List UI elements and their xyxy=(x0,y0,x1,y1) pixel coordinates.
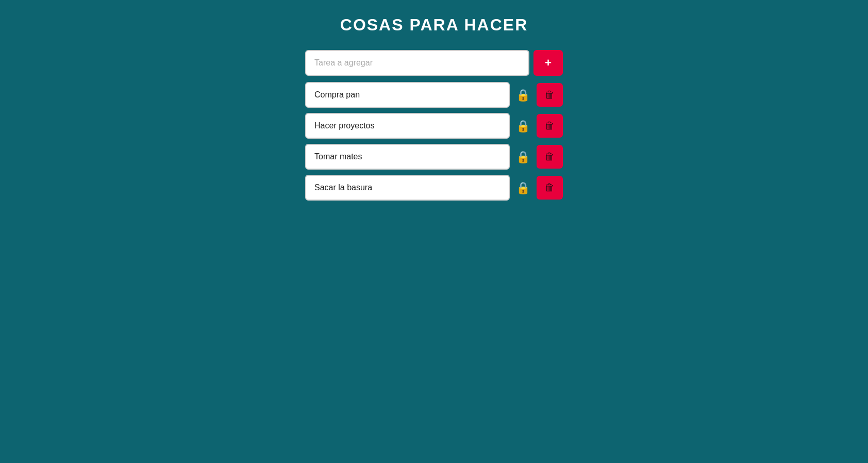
lock-icon-3[interactable]: 🔒 xyxy=(514,150,532,164)
trash-icon-4: 🗑 xyxy=(545,182,555,193)
task-input[interactable] xyxy=(305,50,529,76)
task-label-3: Tomar mates xyxy=(305,144,510,170)
trash-icon-1: 🗑 xyxy=(545,89,555,101)
task-row-2: Hacer proyectos 🔒 🗑 xyxy=(305,113,563,139)
task-label-4: Sacar la basura xyxy=(305,175,510,201)
app-container: + Compra pan 🔒 🗑 Hacer proyectos 🔒 🗑 Tom… xyxy=(305,50,563,206)
add-task-button[interactable]: + xyxy=(533,50,563,76)
lock-icon-4[interactable]: 🔒 xyxy=(514,181,532,195)
trash-icon-3: 🗑 xyxy=(545,151,555,162)
lock-icon-2[interactable]: 🔒 xyxy=(514,119,532,133)
input-row: + xyxy=(305,50,563,76)
task-label-1: Compra pan xyxy=(305,82,510,108)
page-title: COSAS PARA HACER xyxy=(340,15,528,35)
task-label-2: Hacer proyectos xyxy=(305,113,510,139)
delete-button-1[interactable]: 🗑 xyxy=(537,83,563,107)
trash-icon-2: 🗑 xyxy=(545,120,555,131)
task-row-4: Sacar la basura 🔒 🗑 xyxy=(305,175,563,201)
lock-icon-1[interactable]: 🔒 xyxy=(514,88,532,102)
delete-button-3[interactable]: 🗑 xyxy=(537,145,563,169)
delete-button-4[interactable]: 🗑 xyxy=(537,176,563,200)
task-row-3: Tomar mates 🔒 🗑 xyxy=(305,144,563,170)
task-row: Compra pan 🔒 🗑 xyxy=(305,82,563,108)
delete-button-2[interactable]: 🗑 xyxy=(537,114,563,138)
